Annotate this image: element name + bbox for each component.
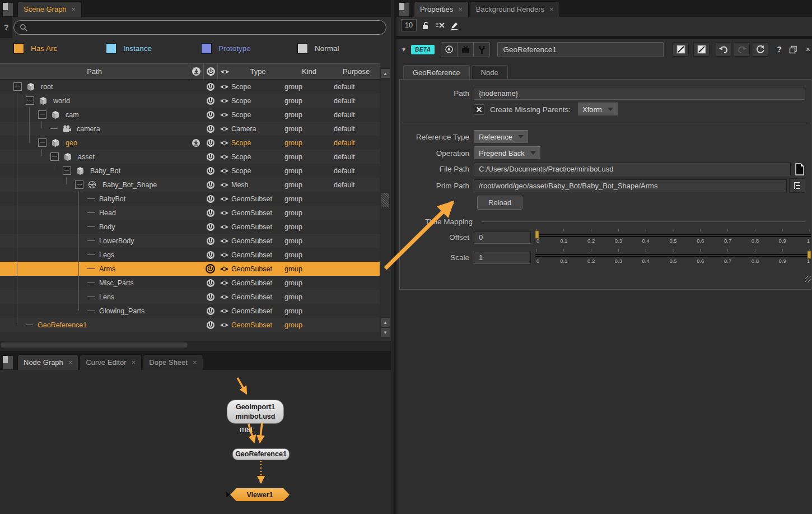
help-button[interactable]: ? — [777, 45, 782, 54]
slider-track[interactable]: 00.10.20.30.40.50.60.70.80.91 — [534, 229, 812, 244]
scrollbar-up-button-2[interactable]: ▲ — [380, 317, 390, 327]
expander-icon[interactable] — [38, 110, 46, 119]
power-toggle-icon[interactable] — [203, 124, 217, 133]
param-tab-georeference[interactable]: GeoReference — [403, 65, 470, 80]
power-toggle-icon[interactable] — [203, 110, 217, 119]
power-toggle-icon[interactable] — [203, 209, 217, 217]
clear-parameters-icon[interactable] — [435, 21, 445, 29]
wrench-icon[interactable] — [474, 43, 489, 57]
scrollbar-up-button[interactable]: ▲ — [380, 68, 390, 78]
close-icon[interactable]: × — [132, 359, 136, 366]
table-row-geo[interactable]: geoScopegroupdefault — [0, 136, 380, 150]
power-toggle-icon[interactable] — [203, 223, 217, 231]
table-row-legs[interactable]: LegsGeomSubsetgroup — [0, 248, 380, 262]
help-button[interactable]: ? — [0, 17, 12, 38]
scale-slider[interactable]: 00.10.20.30.40.50.60.70.80.91 — [534, 249, 812, 266]
table-row-camera[interactable]: cameraCameragroupdefault — [0, 122, 380, 136]
scale-value-field[interactable]: 1 — [474, 252, 531, 264]
eye-toggle-icon[interactable] — [217, 294, 231, 300]
eye-toggle-icon[interactable] — [217, 238, 231, 244]
tab-node-graph[interactable]: Node Graph× — [17, 354, 78, 370]
eye-toggle-icon[interactable] — [217, 196, 231, 202]
eye-toggle-icon[interactable] — [217, 252, 231, 258]
eye-toggle-icon[interactable] — [217, 224, 231, 230]
tab-background-renders[interactable]: Background Renders× — [470, 1, 560, 17]
eye-toggle-icon[interactable] — [217, 210, 231, 216]
collapse-triangle-icon[interactable]: ▼ — [401, 47, 407, 53]
close-icon[interactable]: × — [193, 359, 197, 366]
resize-grip[interactable] — [805, 276, 811, 283]
close-icon[interactable]: × — [458, 6, 463, 13]
close-icon[interactable]: × — [549, 6, 554, 13]
prim-path-field[interactable]: /root/world/geo/asset/Baby_Bot/Baby_Bot_… — [474, 179, 787, 192]
create-missing-parents-checkbox[interactable] — [474, 104, 484, 115]
param-tab-node[interactable]: Node — [472, 65, 508, 80]
table-row-georeference1[interactable]: GeoReference1GeomSubsetgroup — [0, 318, 380, 332]
eye-toggle-icon[interactable] — [217, 308, 231, 314]
panel-widget-icon[interactable] — [399, 3, 409, 16]
reset-button[interactable] — [753, 42, 768, 57]
horizontal-scrollbar[interactable] — [0, 341, 391, 349]
power-toggle-icon[interactable] — [203, 195, 217, 203]
offset-value-field[interactable]: 0 — [474, 231, 531, 244]
power-toggle-icon[interactable] — [203, 321, 217, 330]
display-flag-button-1[interactable] — [673, 42, 689, 57]
expander-icon[interactable] — [75, 180, 83, 189]
table-row-baby_bot_shape[interactable]: Baby_Bot_ShapeMeshgroupdefault — [0, 178, 380, 192]
file-browser-icon[interactable] — [794, 163, 805, 175]
scenegraph-browser-icon[interactable] — [789, 178, 805, 193]
monitor-icon[interactable] — [458, 43, 474, 57]
close-icon[interactable]: × — [68, 359, 73, 366]
xform-dropdown[interactable]: Xform — [577, 103, 618, 116]
eye-toggle-icon[interactable] — [217, 154, 231, 160]
scrollbar-thumb[interactable] — [381, 192, 390, 208]
path-field[interactable]: {nodename} — [474, 87, 805, 100]
horizontal-scrollbar-thumb[interactable] — [1, 342, 187, 348]
table-row-glowing_parts[interactable]: Glowing_PartsGeomSubsetgroup — [0, 304, 380, 318]
power-toggle-icon[interactable] — [203, 237, 217, 246]
eye-toggle-icon[interactable] — [217, 112, 231, 118]
table-row-lowerbody[interactable]: LowerBodyGeomSubsetgroup — [0, 234, 380, 248]
node-name-field[interactable] — [497, 42, 664, 57]
power-toggle-icon[interactable] — [203, 152, 217, 161]
file-path-field[interactable]: C:/Users/Documents/Practice/minibot.usd — [474, 163, 791, 175]
table-row-world[interactable]: worldScopegroupdefault — [0, 94, 380, 108]
load-state-icon[interactable] — [189, 138, 203, 147]
eye-toggle-icon[interactable] — [217, 266, 231, 272]
lock-icon[interactable] — [421, 21, 431, 30]
slider-handle[interactable] — [808, 251, 811, 258]
table-row-baby_bot[interactable]: Baby_BotScopegroupdefault — [0, 164, 380, 178]
offset-slider[interactable]: 00.10.20.30.40.50.60.70.80.91 — [534, 229, 812, 246]
eye-toggle-icon[interactable] — [217, 280, 231, 286]
power-toggle-icon[interactable] — [203, 180, 217, 189]
node-graph-canvas[interactable]: GeoImport1 minibot.usd mat GeoReference1… — [0, 370, 391, 514]
close-icon[interactable]: × — [72, 6, 76, 13]
close-icon[interactable]: × — [806, 45, 810, 54]
power-toggle-icon[interactable] — [203, 293, 217, 302]
tab-curve-editor[interactable]: Curve Editor× — [80, 354, 142, 370]
table-row-arms[interactable]: ArmsGeomSubsetgroup — [0, 262, 380, 276]
tab-scene-graph[interactable]: Scene Graph × — [17, 1, 82, 17]
eye-toggle-icon[interactable] — [217, 98, 231, 104]
restore-window-icon[interactable] — [789, 45, 797, 54]
table-row-asset[interactable]: assetScopegroupdefault — [0, 150, 380, 164]
tab-dope-sheet[interactable]: Dope Sheet× — [143, 354, 203, 370]
scrollbar-down-button[interactable]: ▼ — [380, 327, 390, 337]
panel-widget-icon[interactable] — [3, 356, 13, 369]
power-toggle-icon[interactable] — [203, 96, 217, 105]
panel-widget-icon[interactable] — [3, 3, 13, 16]
node-geoimport1[interactable]: GeoImport1 minibot.usd — [227, 400, 284, 424]
table-row-body[interactable]: BodyGeomSubsetgroup — [0, 220, 380, 234]
table-row-cam[interactable]: camScopegroupdefault — [0, 108, 380, 122]
reload-button[interactable]: Reload — [477, 196, 522, 210]
slider-handle[interactable] — [535, 231, 539, 238]
edit-pencil-icon[interactable] — [450, 21, 459, 30]
power-toggle-icon[interactable] — [203, 264, 217, 274]
tab-properties[interactable]: Properties× — [414, 1, 469, 17]
search-field[interactable] — [13, 20, 386, 35]
eye-toggle-icon[interactable] — [217, 168, 231, 174]
operation-dropdown[interactable]: Prepend Back — [474, 146, 541, 160]
node-georeference1[interactable]: GeoReference1 — [232, 448, 290, 460]
undo-button[interactable] — [716, 42, 731, 57]
table-row-babybot[interactable]: BabyBotGeomSubsetgroup — [0, 192, 380, 206]
